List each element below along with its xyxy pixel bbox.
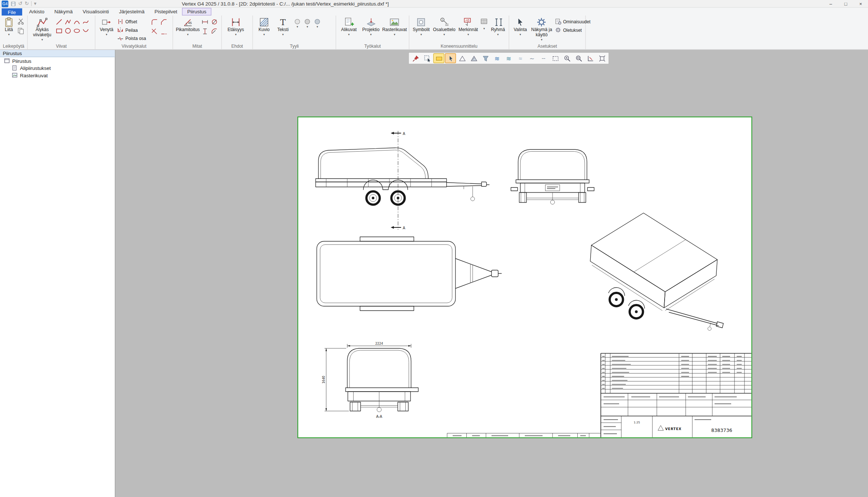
app-icon[interactable]: G4 — [2, 0, 9, 7]
radius-dimension-button[interactable] — [210, 27, 219, 36]
trim-button[interactable] — [151, 27, 159, 36]
chamfer-button[interactable] — [160, 18, 168, 26]
ribbon: Liitä ▾ Leikepöytä — [0, 16, 868, 50]
pin-button[interactable] — [410, 53, 421, 63]
copy-button[interactable] — [17, 27, 25, 35]
undo-button[interactable]: ↺ — [18, 1, 23, 6]
defaults-button[interactable]: Oletukset — [554, 26, 584, 34]
customize-qat-button[interactable]: ▾ — [34, 1, 37, 6]
radius-icon — [211, 28, 218, 35]
redo-button[interactable]: ↻ — [25, 1, 29, 6]
remove-segment-button[interactable]: Poista osa — [116, 34, 151, 42]
dropdown-caret-icon: ▾ — [187, 33, 189, 36]
style-preset-2-button[interactable]: ▾ — [304, 18, 311, 29]
diameter-dimension-button[interactable] — [210, 18, 219, 26]
view-and-usage-button[interactable]: Näkymä ja käyttö ▾ — [530, 16, 554, 43]
tab-pistepilvet[interactable]: Pistepilvet — [149, 8, 182, 16]
text-tool-button[interactable]: T Teksti ▾ — [274, 16, 293, 43]
smart-polyline-button[interactable]: Älykäs viivaketju ▾ — [30, 16, 55, 43]
group-button[interactable]: Ryhmä ▾ — [489, 16, 507, 43]
arc-tool-button[interactable] — [73, 18, 81, 26]
extend-button[interactable] — [160, 27, 168, 36]
fit-extents-icon — [598, 55, 606, 62]
hatch-pattern-button[interactable]: Kuvio ▾ — [255, 16, 274, 43]
zoom-window-button[interactable] — [573, 53, 584, 63]
tab-visualisointi[interactable]: Visualisointi — [78, 8, 114, 16]
stretch-button[interactable]: Venytä ▾ — [97, 16, 116, 43]
tab-piirustus[interactable]: Piirustus — [182, 8, 212, 16]
polyline-tool-button[interactable] — [64, 18, 72, 26]
marquee-select-button[interactable] — [550, 53, 561, 63]
part-list-button[interactable]: 1 Osaluettelo ▾ — [431, 16, 457, 43]
grid-highlight-button[interactable] — [433, 53, 445, 63]
corner-measure-button[interactable] — [585, 53, 596, 63]
ribbon-group-lines: Älykäs viivaketju ▾ Viivat — [28, 16, 95, 50]
svg-text:A: A — [403, 132, 405, 136]
vertical-dimension-button[interactable] — [201, 27, 209, 36]
subdrawings-button[interactable]: Alikuvat ▾ — [338, 16, 360, 43]
dropdown-caret-icon: ▾ — [348, 33, 349, 36]
annotations-button[interactable]: AB Merkinnät ▾ — [457, 16, 480, 43]
layer-waves-light-button[interactable]: ≈ — [515, 53, 526, 63]
fillet-button[interactable] — [151, 18, 159, 26]
drawing-sheet[interactable]: A A — [297, 116, 752, 438]
dashed-line-button[interactable]: ╌ — [538, 53, 549, 63]
symbols-button[interactable]: Symbolit ▾ — [411, 16, 432, 43]
cut-button[interactable] — [17, 17, 25, 26]
maximize-button[interactable]: □ — [838, 0, 854, 7]
tab-arkisto[interactable]: Arkisto — [24, 8, 49, 16]
tree-item-rasterikuvat[interactable]: Rasterikuvat — [0, 72, 115, 79]
select-cursor-button[interactable] — [445, 53, 456, 63]
remove-segment-icon — [117, 35, 124, 42]
selection-button[interactable]: Valinta ▾ — [511, 16, 530, 43]
triangle-outline-button[interactable] — [457, 53, 468, 63]
tab-nakyma[interactable]: Näkymä — [50, 8, 78, 16]
properties-button[interactable]: Ominaisuudet — [554, 18, 584, 26]
dropdown-caret-icon: ▾ — [421, 33, 422, 36]
raster-images-button[interactable]: Rasterikuvat ▾ — [382, 16, 407, 43]
svg-text:A: A — [403, 226, 405, 230]
ribbon-spacer — [586, 16, 868, 50]
window-controls: – □ × — [823, 0, 868, 7]
circle-tool-button[interactable] — [64, 27, 72, 35]
mirror-icon — [117, 27, 124, 33]
wave-single-button[interactable]: ∼ — [527, 53, 538, 63]
quick-dimension-button[interactable]: 45 Pikamitoitus ▾ — [175, 16, 201, 43]
drawing-canvas[interactable]: ≋ ≋ ≈ ∼ ╌ — [116, 50, 868, 497]
arc2-tool-button[interactable] — [82, 27, 90, 35]
dropdown-caret-icon: ▾ — [541, 37, 543, 41]
distance-button[interactable]: Etäisyys ▾ — [224, 16, 248, 43]
fit-extents-button[interactable] — [597, 53, 608, 63]
dropdown-caret-icon: ▾ — [467, 33, 469, 36]
triangle-hatched-button[interactable] — [468, 53, 479, 63]
spline-tool-button[interactable] — [82, 18, 90, 26]
mirror-button[interactable]: Peilaa — [116, 26, 151, 34]
close-button[interactable]: × — [853, 0, 868, 7]
tab-file[interactable]: File — [2, 9, 22, 16]
tree-item-piirustus[interactable]: Piirustus — [0, 57, 115, 65]
offset-button[interactable]: Offset — [116, 18, 151, 26]
svg-text:8383736: 8383736 — [711, 427, 732, 433]
layer-waves-dark-button[interactable]: ≋ — [492, 53, 503, 63]
save-button[interactable] — [11, 1, 16, 6]
table-button[interactable] — [480, 17, 489, 26]
ellipse-tool-button[interactable] — [73, 27, 81, 35]
zoom-in-button[interactable] — [561, 53, 573, 63]
sidebar-header: Piirustus — [0, 50, 115, 57]
paste-button[interactable]: Liitä ▾ — [2, 16, 16, 43]
tree-item-alipiirustukset[interactable]: Alipiirustukset — [0, 64, 115, 72]
style-preset-1-button[interactable]: ▾ — [294, 18, 301, 29]
projection-button[interactable]: Projektio ▾ — [360, 16, 382, 43]
rectangle-tool-button[interactable] — [55, 27, 64, 35]
tab-jarjestelma[interactable]: Järjestelmä — [114, 8, 149, 16]
drawing-icon — [4, 58, 10, 64]
filter-button[interactable] — [480, 53, 491, 63]
linear-dimension-button[interactable] — [201, 18, 209, 26]
layer-waves-medium-button[interactable]: ≋ — [503, 53, 514, 63]
minimize-button[interactable]: – — [823, 0, 838, 7]
select-region-button[interactable] — [422, 53, 433, 63]
properties-icon — [555, 18, 561, 25]
style-preset-3-button[interactable]: ▾ — [314, 18, 321, 29]
dropdown-caret-icon: ▾ — [263, 33, 265, 36]
line-tool-button[interactable] — [55, 18, 64, 26]
